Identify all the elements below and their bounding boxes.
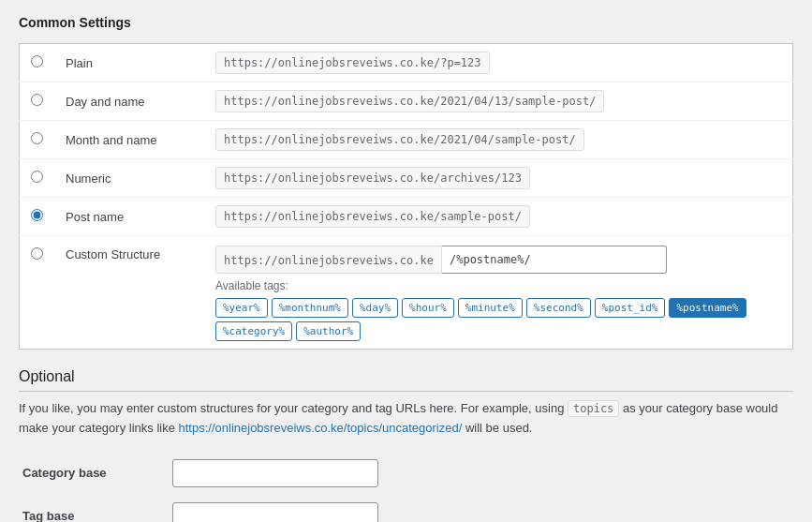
optional-desc-code: topics [568, 400, 619, 417]
month-name-label[interactable]: Month and name [66, 133, 157, 147]
tag-monthnum[interactable]: %monthnum% [272, 298, 348, 318]
optional-desc-after: will be used. [465, 421, 533, 435]
tag-author[interactable]: %author% [296, 321, 361, 341]
tag-second[interactable]: %second% [526, 298, 591, 318]
post-name-url: https://onlinejobsreveiws.co.ke/sample-p… [215, 205, 530, 228]
custom-structure-row: Custom Structure https://onlinejobsrevei… [20, 236, 793, 350]
radio-custom[interactable] [31, 247, 43, 260]
tag-post-id[interactable]: %post_id% [595, 298, 666, 318]
custom-structure-inputs: https://onlinejobsreveiws.co.ke [215, 246, 781, 274]
tag-year[interactable]: %year% [215, 298, 268, 318]
tag-day[interactable]: %day% [352, 298, 398, 318]
tag-minute[interactable]: %minute% [458, 298, 523, 318]
common-settings-section: Common Settings Plain https://onlinejobs… [19, 15, 793, 350]
custom-structure-label[interactable]: Custom Structure [66, 247, 160, 261]
optional-fields-table: Category base Tag base [19, 452, 793, 522]
radio-post-name[interactable] [31, 209, 43, 221]
tag-base-input[interactable] [172, 502, 378, 522]
numeric-label[interactable]: Numeric [66, 172, 111, 186]
custom-base-url: https://onlinejobsreveiws.co.ke [215, 246, 442, 274]
common-settings-title: Common Settings [19, 15, 793, 30]
tag-base-label: Tag base [22, 509, 74, 522]
optional-section: Optional If you like, you may enter cust… [19, 368, 793, 522]
plain-label[interactable]: Plain [66, 56, 93, 70]
available-tags-label: Available tags: [215, 279, 781, 292]
custom-structure-input[interactable] [442, 246, 667, 274]
radio-day-name[interactable] [31, 94, 43, 106]
optional-desc-before: If you like, you may enter custom struct… [19, 401, 564, 415]
table-row: Day and name https://onlinejobsreveiws.c… [20, 82, 793, 121]
plain-url: https://onlinejobsreveiws.co.ke/?p=123 [215, 52, 490, 74]
optional-desc-url[interactable]: https://onlinejobsreveiws.co.ke/topics/u… [179, 421, 463, 435]
optional-title: Optional [19, 368, 793, 392]
tag-category[interactable]: %category% [215, 321, 292, 341]
tag-hour[interactable]: %hour% [402, 298, 454, 318]
tag-base-row: Tag base [19, 495, 793, 522]
category-base-label: Category base [22, 466, 107, 480]
month-name-url: https://onlinejobsreveiws.co.ke/2021/04/… [215, 128, 584, 151]
table-row: Numeric https://onlinejobsreveiws.co.ke/… [20, 159, 793, 198]
post-name-label[interactable]: Post name [66, 210, 124, 224]
table-row: Plain https://onlinejobsreveiws.co.ke/?p… [20, 44, 793, 82]
table-row: Month and name https://onlinejobsreveiws… [20, 121, 793, 159]
day-name-url: https://onlinejobsreveiws.co.ke/2021/04/… [215, 90, 604, 112]
radio-plain[interactable] [31, 55, 43, 67]
tags-container: %year% %monthnum% %day% %hour% %minute% … [215, 298, 781, 341]
table-row: Post name https://onlinejobsreveiws.co.k… [20, 198, 793, 236]
numeric-url: https://onlinejobsreveiws.co.ke/archives… [215, 167, 530, 189]
day-name-label[interactable]: Day and name [66, 95, 145, 109]
category-base-input[interactable] [172, 459, 378, 487]
optional-description: If you like, you may enter custom struct… [19, 399, 793, 439]
radio-month-name[interactable] [31, 132, 43, 144]
category-base-row: Category base [19, 452, 793, 495]
permalink-options-table: Plain https://onlinejobsreveiws.co.ke/?p… [19, 43, 793, 350]
tag-postname[interactable]: %postname% [669, 298, 746, 318]
radio-numeric[interactable] [31, 171, 43, 183]
